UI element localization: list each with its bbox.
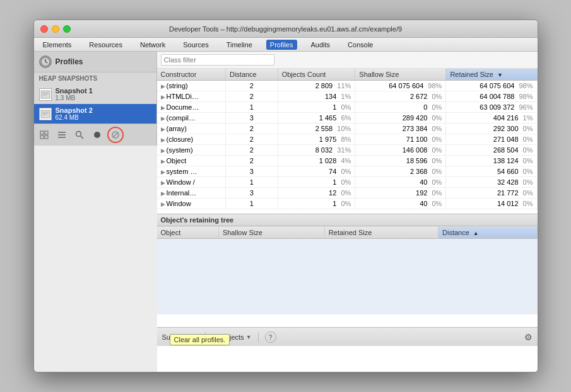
snapshot-icon-1	[39, 88, 52, 101]
sidebar-item-snapshot1[interactable]: Snapshot 1 1.3 MB	[34, 84, 156, 104]
col-retained-size[interactable]: Retained Size ▼	[446, 69, 537, 81]
cell-retained: 64 004 788 98%	[446, 91, 537, 102]
sidebar-bottom	[34, 124, 156, 146]
cell-constructor: ▶(closure)	[157, 134, 226, 145]
ret-col-retained[interactable]: Retained Size	[324, 227, 438, 239]
help-button[interactable]: ?	[265, 331, 276, 343]
cell-distance: 1	[225, 102, 278, 113]
sidebar-item-snapshot2[interactable]: Snapshot 2 62.4 MB	[34, 104, 156, 124]
cell-constructor: ▶(array)	[157, 124, 226, 134]
main-content: Profiles HEAP SNAPSHOTS Snapshot 1	[34, 52, 538, 372]
col-constructor[interactable]: Constructor	[157, 69, 226, 81]
col-shallow-size[interactable]: Shallow Size	[355, 69, 446, 81]
retaining-area: Object Shallow Size Retained Size Distan…	[157, 226, 538, 327]
menu-timeline[interactable]: Timeline	[223, 40, 256, 50]
record-button[interactable]	[90, 127, 105, 142]
cell-distance: 2	[225, 145, 278, 156]
menu-network[interactable]: Network	[136, 40, 169, 50]
table-row[interactable]: ▶(array) 2 2 558 10% 273 384 0% 292 300 …	[157, 124, 538, 134]
table-view-button[interactable]	[37, 127, 52, 142]
table-body: ▶(string) 2 2 809 11% 64 075 604 98% 64 …	[157, 81, 538, 209]
table-row[interactable]: ▶Window 1 1 0% 40 0% 14 012 0%	[157, 199, 538, 209]
right-panel: Constructor Distance Objects Count Shall…	[157, 52, 538, 372]
table-row[interactable]: ▶(system) 2 8 032 31% 146 008 0% 268 504…	[157, 145, 538, 156]
menu-elements[interactable]: Elements	[39, 40, 76, 50]
table-row[interactable]: ▶system … 3 74 0% 2 368 0% 54 660 0%	[157, 166, 538, 177]
menu-profiles[interactable]: Profiles	[266, 40, 297, 50]
cell-retained: 138 124 0%	[446, 156, 537, 166]
cell-constructor: ▶(system)	[157, 145, 226, 156]
table-row[interactable]: ▶Window / 1 1 0% 40 0% 32 428 0%	[157, 177, 538, 188]
table-row[interactable]: ▶(compil… 3 1 465 6% 289 420 0% 404 216 …	[157, 113, 538, 124]
menu-console[interactable]: Console	[344, 40, 377, 50]
cell-count: 1 975 8%	[278, 134, 355, 145]
cell-count: 74 0%	[278, 166, 355, 177]
ret-col-object[interactable]: Object	[157, 227, 219, 239]
cell-shallow: 146 008 0%	[355, 145, 446, 156]
table-row[interactable]: ▶(string) 2 2 809 11% 64 075 604 98% 64 …	[157, 81, 538, 91]
search-button[interactable]	[72, 127, 87, 142]
menu-audits[interactable]: Audits	[307, 40, 334, 50]
sidebar-section-label: HEAP SNAPSHOTS	[34, 72, 156, 84]
cell-count: 8 032 31%	[278, 145, 355, 156]
ret-col-shallow[interactable]: Shallow Size	[218, 227, 324, 239]
maximize-button[interactable]	[63, 25, 71, 33]
cell-distance: 2	[225, 81, 278, 91]
cell-retained: 14 012 0%	[446, 199, 537, 209]
clock-icon	[39, 55, 52, 68]
cell-shallow: 40 0%	[355, 177, 446, 188]
table-row[interactable]: ▶HTMLDi… 2 134 1% 2 672 0% 64 004 788 98…	[157, 91, 538, 102]
cell-constructor: ▶(compil…	[157, 113, 226, 124]
svg-rect-12	[45, 131, 48, 134]
cell-distance: 2	[225, 156, 278, 166]
snapshot2-size: 62.4 MB	[56, 114, 93, 121]
cell-shallow: 2 368 0%	[355, 166, 446, 177]
cell-count: 1 0%	[278, 199, 355, 209]
help-label: ?	[268, 333, 272, 341]
menu-bar: Elements Resources Network Sources Timel…	[34, 38, 538, 52]
sidebar-title: Profiles	[56, 57, 83, 66]
gear-icon: ⚙	[524, 332, 533, 342]
devtools-window: Developer Tools – http://debuggingmemory…	[33, 20, 538, 372]
retaining-body	[157, 239, 538, 314]
cell-distance: 2	[225, 124, 278, 134]
svg-line-22	[113, 132, 118, 137]
cell-shallow: 18 596 0%	[355, 156, 446, 166]
upper-table-scroll[interactable]: Constructor Distance Objects Count Shall…	[157, 69, 538, 214]
cell-distance: 2	[225, 134, 278, 145]
cell-shallow: 71 100 0%	[355, 134, 446, 145]
ret-col-distance[interactable]: Distance ▲	[439, 227, 538, 239]
table-row[interactable]: ▶Internal… 3 12 0% 192 0% 21 772 0%	[157, 188, 538, 199]
svg-rect-3	[41, 91, 50, 98]
close-button[interactable]	[40, 25, 48, 33]
tooltip: Clear all profiles.	[170, 334, 230, 345]
menu-resources[interactable]: Resources	[85, 40, 126, 50]
cell-retained: 292 300 0%	[446, 124, 537, 134]
cell-distance: 1	[225, 177, 278, 188]
snapshot-icon-2	[39, 108, 52, 120]
cell-constructor: ▶Docume…	[157, 102, 226, 113]
list-view-button[interactable]	[54, 127, 69, 142]
table-row[interactable]: ▶(closure) 2 1 975 8% 71 100 0% 271 048 …	[157, 134, 538, 145]
clear-profiles-button[interactable]	[107, 127, 124, 143]
table-row[interactable]: ▶Object 2 1 028 4% 18 596 0% 138 124 0%	[157, 156, 538, 166]
svg-point-18	[76, 132, 81, 137]
cell-constructor: ▶HTMLDi…	[157, 91, 226, 102]
sidebar-header: Profiles	[34, 52, 156, 72]
menu-sources[interactable]: Sources	[179, 40, 212, 50]
svg-rect-11	[40, 131, 44, 134]
filter-bar	[157, 52, 538, 69]
table-row[interactable]: ▶Docume… 1 1 0% 0 0% 63 009 372 96%	[157, 102, 538, 113]
cell-constructor: ▶(string)	[157, 81, 226, 91]
col-distance[interactable]: Distance	[225, 69, 278, 81]
col-objects-count[interactable]: Objects Count	[278, 69, 355, 81]
minimize-button[interactable]	[52, 25, 59, 33]
class-filter-input[interactable]	[161, 54, 274, 66]
cell-count: 134 1%	[278, 91, 355, 102]
cell-shallow: 0 0%	[355, 102, 446, 113]
gear-button[interactable]: ⚙	[524, 332, 533, 342]
cell-count: 12 0%	[278, 188, 355, 199]
cell-constructor: ▶Window	[157, 199, 226, 209]
window-title: Developer Tools – http://debuggingmemory…	[169, 25, 402, 33]
cell-count: 1 0%	[278, 102, 355, 113]
